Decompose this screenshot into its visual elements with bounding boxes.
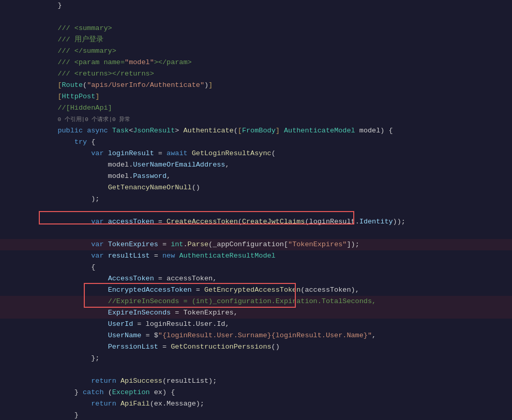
code-line: public async Task<JsonResult> Authentica… — [0, 125, 512, 137]
code-line — [0, 205, 512, 216]
code-content: } /// <summary> /// 用户登录 /// </summary> — [0, 0, 512, 420]
code-editor: } /// <summary> /// 用户登录 /// </summary> — [0, 0, 512, 420]
code-line — [0, 228, 512, 239]
code-line-highlighted-2a: //ExpireInSeconds = (int)_configuration.… — [0, 296, 512, 307]
code-line: /// </summary> — [0, 46, 512, 57]
code-line-highlighted-1: var TokenExpires = int.Parse(_appConfigu… — [0, 239, 512, 250]
code-line: [HttpPost] — [0, 91, 512, 102]
code-line: UserId = loginResult.User.Id, — [0, 319, 512, 330]
code-line: try { — [0, 137, 512, 148]
code-line: ); — [0, 193, 512, 205]
code-line: /// <param name="model"></param> — [0, 57, 512, 68]
code-line: //[HiddenApi] — [0, 102, 512, 114]
code-line: return ApiSuccess(resultList); — [0, 376, 512, 387]
code-line: GetTenancyNameOrNull() — [0, 182, 512, 193]
code-line: 0 个引用|0 个请求|0 异常 — [0, 114, 512, 125]
code-line: [Route("apis/UserInfo/Authenticate")] — [0, 80, 512, 91]
code-line: }; — [0, 353, 512, 364]
code-line: } — [0, 0, 512, 11]
code-line — [0, 364, 512, 376]
code-line: /// 用户登录 — [0, 34, 512, 46]
code-line: model.UserNameOrEmailAddress, — [0, 159, 512, 171]
code-line: AccessToken = accessToken, — [0, 273, 512, 284]
code-line: { — [0, 262, 512, 273]
code-line: var loginResult = await GetLoginResultAs… — [0, 148, 512, 159]
code-line: var accessToken = CreateAccessToken(Crea… — [0, 216, 512, 228]
code-line: } catch (Exception ex) { — [0, 387, 512, 398]
code-line: UserName = $"{loginResult.User.Surname}{… — [0, 330, 512, 341]
code-line: PerssionList = GetConstructionPerssions(… — [0, 341, 512, 353]
code-line: /// <summary> — [0, 23, 512, 34]
code-line: /// <returns></returns> — [0, 68, 512, 80]
code-line: return ApiFail(ex.Message); — [0, 398, 512, 410]
code-line: var resultList = new AuthenticateResultM… — [0, 250, 512, 262]
code-line: EncryptedAccessToken = GetEncryptedAcces… — [0, 284, 512, 296]
code-line: } — [0, 410, 512, 420]
code-line: model.Password, — [0, 171, 512, 182]
code-line-highlighted-2b: ExpireInSeconds = TokenExpires, — [0, 307, 512, 319]
code-line — [0, 11, 512, 23]
